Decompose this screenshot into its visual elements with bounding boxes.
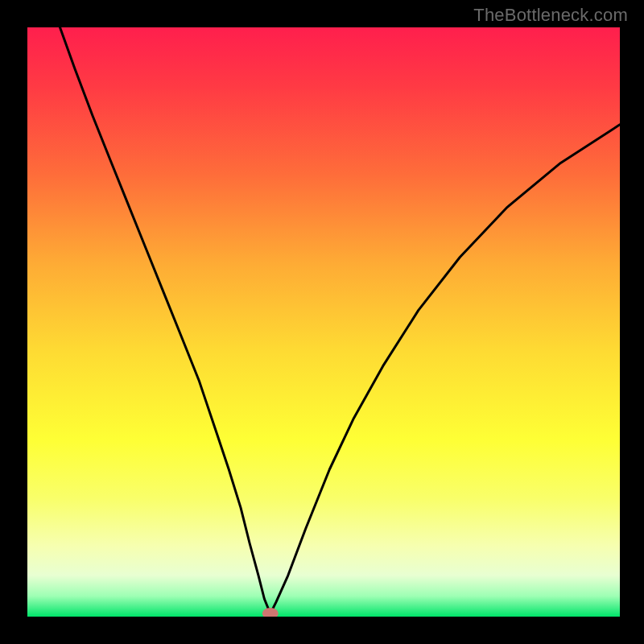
watermark-text: TheBottleneck.com [473, 5, 628, 26]
gradient-background [27, 27, 620, 617]
chart-frame: TheBottleneck.com [0, 0, 644, 644]
bottleneck-plot [27, 27, 620, 617]
